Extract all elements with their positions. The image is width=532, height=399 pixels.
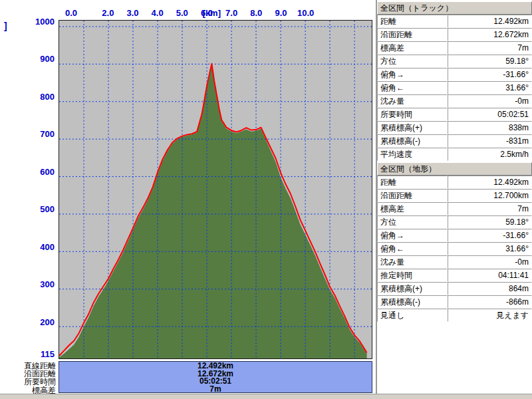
stat-value: -831m <box>448 134 532 148</box>
summary-box: 12.492km 12.672km 05:02:51 7m <box>59 361 372 393</box>
stats-sidebar: 全区間（トラック） 距離12.492km沿面距離12.672km標高差7m方位5… <box>377 0 532 394</box>
y-axis-tick: 800 <box>0 92 55 102</box>
stat-value: 7m <box>448 202 532 215</box>
stat-value: 838m <box>448 121 532 134</box>
y-axis-tick: 1000 <box>0 17 55 27</box>
stat-value: 04:11:41 <box>448 269 532 282</box>
stat-label: 沿面距離 <box>377 189 448 202</box>
stat-row: 方位59.18° <box>377 215 532 229</box>
stat-value: 12.700km <box>448 189 532 202</box>
panel-header-terrain: 全区間（地形） <box>377 162 532 176</box>
stat-label: 方位 <box>377 55 448 68</box>
stat-label: 方位 <box>377 215 448 229</box>
stat-row: 累積標高(+)864m <box>377 282 532 295</box>
stat-row: 標高差7m <box>377 41 532 55</box>
stat-row: 累積標高(+)838m <box>377 121 532 134</box>
stat-label: 累積標高(-) <box>377 134 448 148</box>
stat-value: 59.18° <box>448 55 532 68</box>
stat-value: 31.66° <box>448 81 532 94</box>
stat-row: 方位59.18° <box>377 55 532 68</box>
summary-labels: 直線距離 沿面距離 所要時間 標高差 <box>0 362 56 394</box>
y-axis: 1000900800700600500400300200115 <box>0 0 55 372</box>
stat-row: 標高差7m <box>377 202 532 215</box>
summary-label-elevation-diff: 標高差 <box>0 386 56 394</box>
stat-row: 推定時間04:11:41 <box>377 269 532 282</box>
stat-row: 見通し見えます <box>377 309 532 322</box>
stat-value: -866m <box>448 295 532 309</box>
x-axis: [km] 0.02.03.04.05.06.07.08.09.010.0 <box>0 8 376 19</box>
y-axis-tick: 600 <box>0 168 55 177</box>
elevation-graph-window: ] [km] 0.02.03.04.05.06.07.08.09.010.0 1… <box>0 0 532 399</box>
panel-title-track: 全区間（トラック） <box>380 3 453 13</box>
stat-label: 所要時間 <box>377 108 448 121</box>
stat-value: 見えます <box>448 309 532 322</box>
panel-title-terrain: 全区間（地形） <box>380 164 436 174</box>
stat-value: 31.66° <box>448 242 532 255</box>
stat-label: 俯角→ <box>377 68 448 81</box>
stat-value: -31.66° <box>448 68 532 81</box>
stat-row: 平均速度2.5km/h <box>377 148 532 161</box>
x-axis-tick: 2.0 <box>102 8 114 18</box>
stat-value: 2.5km/h <box>448 148 532 161</box>
panel-header-track: 全区間（トラック） <box>377 1 532 15</box>
stat-label: 標高差 <box>377 202 448 215</box>
x-axis-tick: 5.0 <box>176 8 188 18</box>
stat-label: 俯角← <box>377 81 448 94</box>
stat-value: 59.18° <box>448 215 532 229</box>
stat-value: 7m <box>448 41 532 55</box>
x-axis-tick: 0.0 <box>65 8 77 18</box>
summary-value-elevation-diff: 7m <box>59 386 372 394</box>
stat-label: 累積標高(-) <box>377 295 448 309</box>
stat-row: 累積標高(-)-866m <box>377 295 532 309</box>
stat-value: 12.492km <box>448 15 532 28</box>
stat-row: 俯角→-31.66° <box>377 229 532 242</box>
stat-value: -0m <box>448 94 532 108</box>
stat-row: 俯角←31.66° <box>377 242 532 255</box>
y-axis-tick: 500 <box>0 205 55 214</box>
terrain-area <box>59 65 367 358</box>
y-axis-tick: 300 <box>0 280 55 289</box>
y-axis-tick: 200 <box>0 318 55 327</box>
stat-value: 12.672km <box>448 28 532 41</box>
stat-label: 累積標高(+) <box>377 282 448 295</box>
elevation-profile-plot[interactable] <box>59 20 372 359</box>
stat-value: 12.492km <box>448 176 532 189</box>
elevation-plot-svg <box>59 21 372 358</box>
stat-label: 平均速度 <box>377 148 448 161</box>
y-axis-tick: 700 <box>0 130 55 139</box>
stat-label: 俯角→ <box>377 229 448 242</box>
stat-label: 標高差 <box>377 41 448 55</box>
stat-label: 距離 <box>377 15 448 28</box>
stat-row: 距離12.492km <box>377 15 532 28</box>
stat-label: 沿面距離 <box>377 28 448 41</box>
y-axis-tick: 400 <box>0 243 55 252</box>
stat-row: 俯角→-31.66° <box>377 68 532 81</box>
panel-rows-terrain: 距離12.492km沿面距離12.700km標高差7m方位59.18°俯角→-3… <box>377 176 532 322</box>
stat-row: 距離12.492km <box>377 176 532 189</box>
stat-label: 累積標高(+) <box>377 121 448 134</box>
stat-value: 864m <box>448 282 532 295</box>
x-axis-tick: 6.0 <box>201 8 213 18</box>
stat-label: 沈み量 <box>377 255 448 269</box>
panel-rows-track: 距離12.492km沿面距離12.672km標高差7m方位59.18°俯角→-3… <box>377 15 532 161</box>
x-axis-tick: 10.0 <box>297 8 314 18</box>
stat-row: 沿面距離12.700km <box>377 189 532 202</box>
stat-row: 沈み量-0m <box>377 94 532 108</box>
stat-value: -31.66° <box>448 229 532 242</box>
summary-label-elapsed-time: 所要時間 <box>0 378 56 386</box>
stat-row: 沿面距離12.672km <box>377 28 532 41</box>
stat-label: 推定時間 <box>377 269 448 282</box>
stat-value: 05:02:51 <box>448 108 532 121</box>
stat-row: 沈み量-0m <box>377 255 532 269</box>
bottom-status-strip <box>0 394 532 399</box>
stat-row: 所要時間05:02:51 <box>377 108 532 121</box>
x-axis-tick: 3.0 <box>126 8 138 18</box>
stat-label: 距離 <box>377 176 448 189</box>
stat-label: 沈み量 <box>377 94 448 108</box>
x-axis-tick: 4.0 <box>152 8 164 18</box>
x-axis-tick: 9.0 <box>275 8 287 18</box>
y-axis-tick: 900 <box>0 55 55 64</box>
x-axis-tick: 7.0 <box>225 8 237 18</box>
stat-value: -0m <box>448 255 532 269</box>
y-axis-tick: 115 <box>0 350 55 359</box>
